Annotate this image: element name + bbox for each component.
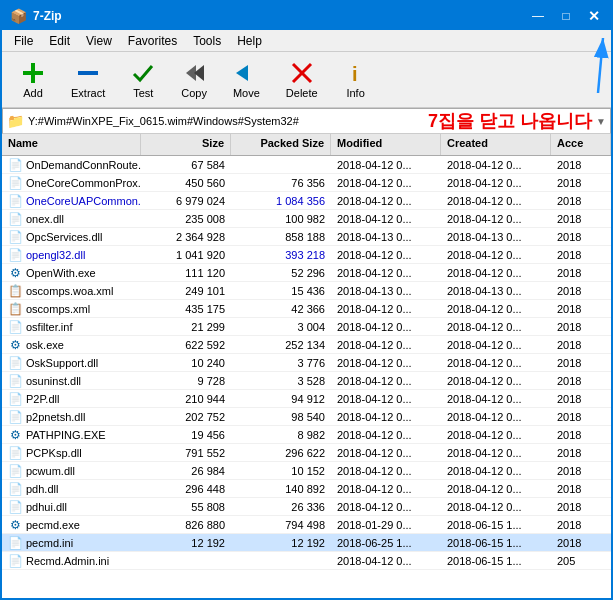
file-created-cell: 2018-04-12 0... — [441, 321, 551, 333]
file-packed-cell: 393 218 — [231, 249, 331, 261]
file-acce-cell: 2018 — [551, 285, 611, 297]
file-name-cell: ⚙ osk.exe — [2, 338, 141, 352]
file-modified-cell: 2018-04-12 0... — [331, 159, 441, 171]
table-row[interactable]: 📄 OskSupport.dll 10 240 3 776 2018-04-12… — [2, 354, 611, 372]
table-row[interactable]: 📄 onex.dll 235 008 100 982 2018-04-12 0.… — [2, 210, 611, 228]
close-button[interactable]: ✕ — [581, 5, 607, 27]
file-acce-cell: 2018 — [551, 213, 611, 225]
file-packed-cell: 3 004 — [231, 321, 331, 333]
file-name: onex.dll — [26, 213, 64, 225]
menu-view[interactable]: View — [78, 32, 120, 50]
file-type-icon: 📄 — [8, 500, 22, 514]
table-row[interactable]: 📄 osuninst.dll 9 728 3 528 2018-04-12 0.… — [2, 372, 611, 390]
file-size-cell: 9 728 — [141, 375, 231, 387]
col-modified[interactable]: Modified — [331, 134, 441, 155]
file-created-cell: 2018-04-12 0... — [441, 213, 551, 225]
file-modified-cell: 2018-04-13 0... — [331, 231, 441, 243]
file-packed-cell: 252 134 — [231, 339, 331, 351]
test-button[interactable]: Test — [120, 57, 166, 103]
table-row[interactable]: 📄 osfilter.inf 21 299 3 004 2018-04-12 0… — [2, 318, 611, 336]
table-row[interactable]: 📄 p2pnetsh.dll 202 752 98 540 2018-04-12… — [2, 408, 611, 426]
table-row[interactable]: 📄 pdh.dll 296 448 140 892 2018-04-12 0..… — [2, 480, 611, 498]
info-button[interactable]: i Info — [333, 57, 379, 103]
file-packed-cell: 100 982 — [231, 213, 331, 225]
table-row[interactable]: 📄 opengl32.dll 1 041 920 393 218 2018-04… — [2, 246, 611, 264]
table-row[interactable]: 📄 OpcServices.dll 2 364 928 858 188 2018… — [2, 228, 611, 246]
svg-text:i: i — [352, 63, 358, 85]
table-row[interactable]: 📄 pcwum.dll 26 984 10 152 2018-04-12 0..… — [2, 462, 611, 480]
file-acce-cell: 2018 — [551, 519, 611, 531]
file-type-icon: 📄 — [8, 374, 22, 388]
file-type-icon: 📄 — [8, 212, 22, 226]
col-acce[interactable]: Acce — [551, 134, 611, 155]
file-created-cell: 2018-04-13 0... — [441, 231, 551, 243]
file-name-cell: 📄 pecmd.ini — [2, 536, 141, 550]
table-row[interactable]: 📄 Recmd.Admin.ini 2018-04-12 0... 2018-0… — [2, 552, 611, 570]
col-size[interactable]: Size — [141, 134, 231, 155]
file-size-cell: 296 448 — [141, 483, 231, 495]
add-icon — [21, 61, 45, 85]
file-modified-cell: 2018-01-29 0... — [331, 519, 441, 531]
add-label: Add — [23, 87, 43, 99]
file-size-cell: 67 584 — [141, 159, 231, 171]
table-row[interactable]: 📄 OneCoreCommonProx... 450 560 76 356 20… — [2, 174, 611, 192]
table-row[interactable]: ⚙ pecmd.exe 826 880 794 498 2018-01-29 0… — [2, 516, 611, 534]
file-name-cell: 📄 pdh.dll — [2, 482, 141, 496]
address-path[interactable]: Y:#Wim#WinXPE_Fix_0615.wim#Windows#Syste… — [28, 115, 418, 127]
menu-favorites[interactable]: Favorites — [120, 32, 185, 50]
delete-button[interactable]: Delete — [275, 57, 329, 103]
table-row[interactable]: ⚙ OpenWith.exe 111 120 52 296 2018-04-12… — [2, 264, 611, 282]
address-chevron-icon[interactable]: ▼ — [596, 116, 606, 127]
table-row[interactable]: ⚙ osk.exe 622 592 252 134 2018-04-12 0..… — [2, 336, 611, 354]
table-row[interactable]: 📄 OneCoreUAPCommon... 6 979 024 1 084 35… — [2, 192, 611, 210]
file-packed-cell: 94 912 — [231, 393, 331, 405]
menu-edit[interactable]: Edit — [41, 32, 78, 50]
menu-file[interactable]: File — [6, 32, 41, 50]
file-modified-cell: 2018-04-12 0... — [331, 339, 441, 351]
menu-tools[interactable]: Tools — [185, 32, 229, 50]
file-type-icon: 📄 — [8, 536, 22, 550]
move-button[interactable]: Move — [222, 57, 271, 103]
table-row[interactable]: 📄 pdhui.dll 55 808 26 336 2018-04-12 0..… — [2, 498, 611, 516]
table-row[interactable]: 📄 P2P.dll 210 944 94 912 2018-04-12 0...… — [2, 390, 611, 408]
file-created-cell: 2018-04-12 0... — [441, 267, 551, 279]
file-size-cell: 210 944 — [141, 393, 231, 405]
file-size-cell: 791 552 — [141, 447, 231, 459]
address-bar: 📁 Y:#Wim#WinXPE_Fix_0615.wim#Windows#Sys… — [2, 108, 611, 134]
menu-help[interactable]: Help — [229, 32, 270, 50]
extract-button[interactable]: Extract — [60, 57, 116, 103]
file-name-cell: 📄 pdhui.dll — [2, 500, 141, 514]
table-row[interactable]: 📋 oscomps.xml 435 175 42 366 2018-04-12 … — [2, 300, 611, 318]
table-row[interactable]: 📄 PCPKsp.dll 791 552 296 622 2018-04-12 … — [2, 444, 611, 462]
col-name[interactable]: Name — [2, 134, 141, 155]
file-name: osfilter.inf — [26, 321, 72, 333]
table-row[interactable]: ⚙ PATHPING.EXE 19 456 8 982 2018-04-12 0… — [2, 426, 611, 444]
file-created-cell: 2018-06-15 1... — [441, 519, 551, 531]
file-name: Recmd.Admin.ini — [26, 555, 109, 567]
col-packed[interactable]: Packed Size — [231, 134, 331, 155]
file-type-icon: 📄 — [8, 410, 22, 424]
file-created-cell: 2018-04-12 0... — [441, 249, 551, 261]
file-name: pdh.dll — [26, 483, 58, 495]
column-headers: Name Size Packed Size Modified Created A… — [2, 134, 611, 156]
file-name-cell: 📄 OnDemandConnRoute... — [2, 158, 141, 172]
table-row[interactable]: 📋 oscomps.woa.xml 249 101 15 436 2018-04… — [2, 282, 611, 300]
extract-icon — [76, 61, 100, 85]
file-packed-cell: 15 436 — [231, 285, 331, 297]
table-row[interactable]: 📄 pecmd.ini 12 192 12 192 2018-06-25 1..… — [2, 534, 611, 552]
file-name: oscomps.xml — [26, 303, 90, 315]
file-name-cell: 📋 oscomps.woa.xml — [2, 284, 141, 298]
col-created[interactable]: Created — [441, 134, 551, 155]
delete-icon — [290, 61, 314, 85]
table-row[interactable]: 📄 OnDemandConnRoute... 67 584 2018-04-12… — [2, 156, 611, 174]
file-modified-cell: 2018-04-12 0... — [331, 195, 441, 207]
file-acce-cell: 2018 — [551, 321, 611, 333]
file-list: Name Size Packed Size Modified Created A… — [2, 134, 611, 598]
maximize-button[interactable]: □ — [553, 5, 579, 27]
file-packed-cell: 98 540 — [231, 411, 331, 423]
add-button[interactable]: Add — [10, 57, 56, 103]
file-size-cell: 26 984 — [141, 465, 231, 477]
minimize-button[interactable]: — — [525, 5, 551, 27]
file-modified-cell: 2018-04-12 0... — [331, 411, 441, 423]
copy-button[interactable]: Copy — [170, 57, 218, 103]
